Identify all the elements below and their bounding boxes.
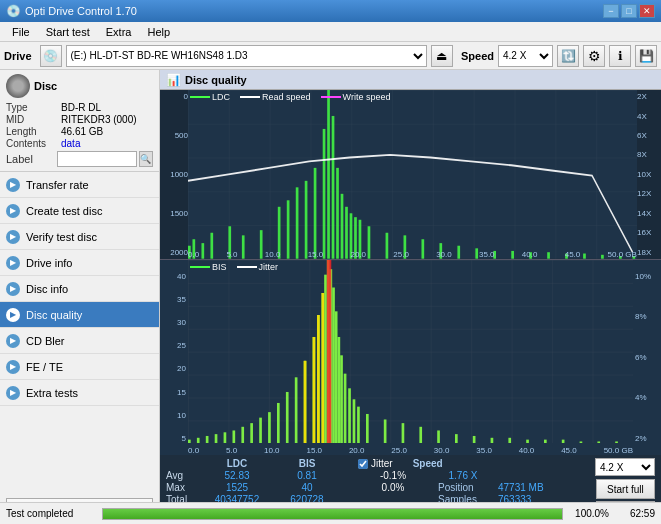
progress-percent: 100.0%: [569, 508, 609, 519]
bis-color: [190, 266, 210, 268]
svg-rect-75: [384, 419, 387, 443]
menu-file[interactable]: File: [4, 24, 38, 40]
avg-jitter: -0.1%: [358, 470, 428, 481]
eject-button[interactable]: ⏏: [431, 45, 453, 67]
max-row: Max 1525 40 0.0% Position 47731 MB: [166, 482, 591, 493]
refresh-button[interactable]: 🔃: [557, 45, 579, 67]
settings-button[interactable]: ⚙: [583, 45, 605, 67]
svg-rect-1: [188, 90, 637, 259]
disc-title: Disc: [34, 80, 57, 92]
sidebar-item-transfer-rate[interactable]: ▶ Transfer rate: [0, 172, 159, 198]
menu-start-test[interactable]: Start test: [38, 24, 98, 40]
quality-speed-select[interactable]: 4.2 X: [595, 458, 655, 476]
sidebar-item-label: Verify test disc: [26, 231, 97, 243]
drive-info-icon: ▶: [6, 256, 20, 270]
progress-bar: [102, 508, 563, 520]
bis-label: BIS: [212, 262, 227, 272]
app-title: Opti Drive Control 1.70: [25, 5, 603, 17]
sidebar-item-verify-test-disc[interactable]: ▶ Verify test disc: [0, 224, 159, 250]
ldc-header: LDC: [202, 458, 272, 469]
sidebar-item-label: Transfer rate: [26, 179, 89, 191]
bottom-chart: BIS Jitter 5 10 15 20 25 30 35 40: [160, 260, 661, 455]
transfer-rate-icon: ▶: [6, 178, 20, 192]
svg-rect-13: [314, 168, 317, 259]
save-button[interactable]: 💾: [635, 45, 657, 67]
info-button[interactable]: ℹ: [609, 45, 631, 67]
top-yaxis-left: 2000 1500 1000 500 0: [160, 90, 188, 259]
bottom-yaxis-right: 2% 4% 6% 8% 10%: [633, 272, 661, 443]
disc-label-btn[interactable]: 🔍: [139, 151, 153, 167]
progress-bar-fill: [103, 509, 562, 519]
svg-rect-66: [348, 388, 351, 443]
svg-rect-64: [340, 355, 343, 443]
minimize-button[interactable]: −: [603, 4, 619, 18]
avg-ldc: 52.83: [202, 470, 272, 481]
jitter-checkbox[interactable]: [358, 459, 368, 469]
legend-read-speed: Read speed: [240, 92, 311, 102]
chart-title: Disc quality: [185, 74, 247, 86]
disc-contents-value: data: [61, 138, 80, 149]
disc-header: Disc: [6, 74, 153, 98]
menu-help[interactable]: Help: [139, 24, 178, 40]
avg-bis: 0.81: [272, 470, 342, 481]
svg-rect-45: [224, 432, 227, 443]
svg-rect-51: [277, 403, 280, 443]
svg-rect-74: [366, 414, 369, 443]
svg-rect-15: [327, 90, 330, 259]
close-button[interactable]: ✕: [639, 4, 655, 18]
titlebar: 💿 Opti Drive Control 1.70 − □ ✕: [0, 0, 661, 22]
sidebar-item-cd-bler[interactable]: ▶ CD Bler: [0, 328, 159, 354]
jitter-header: Jitter: [371, 458, 393, 469]
sidebar-item-label: Drive info: [26, 257, 72, 269]
sidebar-item-disc-quality[interactable]: ▶ Disc quality: [0, 302, 159, 328]
charts-area: LDC Read speed Write speed 2000 1500: [160, 90, 661, 524]
create-test-icon: ▶: [6, 204, 20, 218]
sidebar-item-disc-info[interactable]: ▶ Disc info: [0, 276, 159, 302]
read-speed-color: [240, 96, 260, 98]
speed-label: Speed: [461, 50, 494, 62]
svg-rect-86: [580, 441, 583, 443]
svg-rect-85: [562, 439, 565, 443]
legend-ldc: LDC: [190, 92, 230, 102]
jitter-checkbox-area: Jitter: [358, 458, 393, 469]
write-speed-color: [321, 96, 341, 98]
svg-rect-84: [544, 439, 547, 443]
jitter-color: [237, 266, 257, 268]
menu-extra[interactable]: Extra: [98, 24, 140, 40]
disc-type-label: Type: [6, 102, 61, 113]
svg-rect-14: [323, 129, 326, 259]
svg-rect-11: [296, 187, 299, 258]
stats-header-row: LDC BIS Jitter Speed: [166, 458, 591, 469]
svg-rect-17: [336, 168, 339, 259]
top-chart: LDC Read speed Write speed 2000 1500: [160, 90, 661, 260]
read-speed-label: Read speed: [262, 92, 311, 102]
drive-select[interactable]: (E:) HL-DT-ST BD-RE WH16NS48 1.D3: [66, 45, 427, 67]
top-yaxis-right: 18X 16X 14X 12X 10X 8X 6X 4X 2X: [637, 90, 661, 259]
bottom-xaxis: 0.0 5.0 10.0 15.0 20.0 25.0 30.0 35.0 40…: [188, 446, 633, 455]
svg-rect-63: [338, 337, 341, 443]
sidebar-item-label: Extra tests: [26, 387, 78, 399]
svg-rect-72: [317, 315, 320, 443]
svg-rect-50: [268, 412, 271, 443]
svg-rect-82: [508, 438, 511, 443]
maximize-button[interactable]: □: [621, 4, 637, 18]
drive-icon-btn[interactable]: 💿: [40, 45, 62, 67]
start-full-button[interactable]: Start full: [596, 479, 655, 499]
svg-rect-47: [241, 427, 244, 443]
avg-speed: 1.76 X: [438, 470, 488, 481]
svg-rect-12: [305, 181, 308, 259]
svg-rect-67: [353, 399, 356, 443]
disc-label-input[interactable]: [57, 151, 137, 167]
sidebar-item-fe-te[interactable]: ▶ FE / TE: [0, 354, 159, 380]
svg-rect-62: [335, 311, 338, 443]
speed-select[interactable]: 4.2 X: [498, 45, 553, 67]
sidebar-item-drive-info[interactable]: ▶ Drive info: [0, 250, 159, 276]
disc-icon: [6, 74, 30, 98]
app-icon: 💿: [6, 4, 21, 18]
svg-rect-52: [286, 392, 289, 443]
ldc-label: LDC: [212, 92, 230, 102]
sidebar-item-create-test-disc[interactable]: ▶ Create test disc: [0, 198, 159, 224]
sidebar-item-extra-tests[interactable]: ▶ Extra tests: [0, 380, 159, 406]
max-label: Max: [166, 482, 202, 493]
bottom-bar: Test completed 100.0% 62:59: [0, 502, 661, 524]
